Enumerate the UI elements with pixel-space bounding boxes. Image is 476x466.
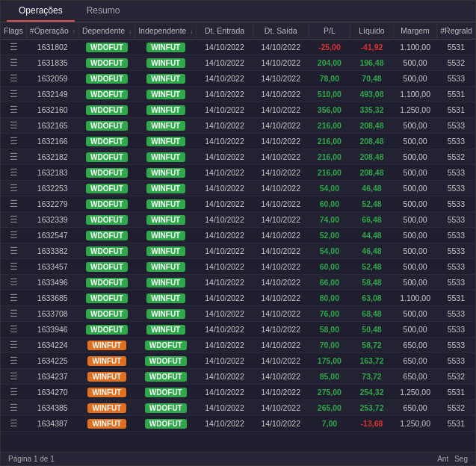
row-liquido: 196,48	[350, 55, 393, 71]
table-row[interactable]: ☰1632059WDOFUTWINFUT14/10/202214/10/2022…	[1, 71, 475, 87]
row-regrald: 5532	[437, 369, 475, 385]
table-row[interactable]: ☰1632253WDOFUTWINFUT14/10/202214/10/2022…	[1, 181, 475, 196]
table-row[interactable]: ☰1631835WDOFUTWINFUT14/10/202214/10/2022…	[1, 55, 475, 71]
menu-icon[interactable]: ☰	[10, 58, 18, 68]
table-row[interactable]: ☰1632182WDOFUTWINFUT14/10/202214/10/2022…	[1, 149, 475, 165]
independente-badge: WDOFUT	[145, 419, 187, 429]
menu-icon[interactable]: ☰	[10, 136, 18, 146]
table-row[interactable]: ☰1633946WDOFUTWINFUT14/10/202214/10/2022…	[1, 322, 475, 338]
table-row[interactable]: ☰1633685WDOFUTWINFUT14/10/202214/10/2022…	[1, 291, 475, 306]
row-independente: WINFUT	[135, 322, 197, 338]
row-dt-entrada: 14/10/2022	[197, 322, 253, 338]
col-liquido: Líquido	[350, 22, 393, 40]
row-margem: 1.100,00	[394, 40, 437, 55]
table-row[interactable]: ☰1632547WDOFUTWINFUT14/10/202214/10/2022…	[1, 228, 475, 243]
col-operacao[interactable]: #Operação ↑	[26, 22, 78, 40]
menu-icon[interactable]: ☰	[10, 214, 18, 225]
table-row[interactable]: ☰1632279WDOFUTWINFUT14/10/202214/10/2022…	[1, 196, 475, 212]
row-margem: 500,00	[394, 322, 437, 338]
table-row[interactable]: ☰1632149WDOFUTWINFUT14/10/202214/10/2022…	[1, 87, 475, 102]
row-dependente: WDOFUT	[78, 291, 135, 306]
row-flag-cell: ☰	[1, 353, 26, 369]
table-row[interactable]: ☰1632160WDOFUTWINFUT14/10/202214/10/2022…	[1, 102, 475, 118]
tab-operacoes[interactable]: Operações	[7, 1, 75, 22]
menu-icon[interactable]: ☰	[10, 120, 18, 131]
menu-icon[interactable]: ☰	[10, 387, 18, 397]
row-dt-saida: 14/10/2022	[253, 291, 309, 306]
menu-icon[interactable]: ☰	[10, 167, 18, 178]
row-dt-saida: 14/10/2022	[253, 228, 309, 243]
row-operacao: 1633457	[26, 259, 78, 275]
menu-icon[interactable]: ☰	[10, 183, 18, 193]
row-operacao: 1632149	[26, 87, 78, 102]
row-dependente: WDOFUT	[78, 181, 135, 196]
row-liquido: 208,48	[350, 165, 393, 181]
row-dt-saida: 14/10/2022	[253, 243, 309, 259]
row-margem: 500,00	[394, 243, 437, 259]
row-margem: 650,00	[394, 400, 437, 416]
menu-icon[interactable]: ☰	[10, 308, 18, 319]
menu-icon[interactable]: ☰	[10, 246, 18, 256]
row-flag-cell: ☰	[1, 181, 26, 196]
table-row[interactable]: ☰1633496WDOFUTWINFUT14/10/202214/10/2022…	[1, 275, 475, 291]
row-liquido: 46,48	[350, 243, 393, 259]
menu-icon[interactable]: ☰	[10, 42, 18, 52]
row-margem: 500,00	[394, 275, 437, 291]
row-independente: WINFUT	[135, 134, 197, 149]
row-dt-entrada: 14/10/2022	[197, 416, 253, 432]
row-margem: 1.250,00	[394, 385, 437, 400]
menu-icon[interactable]: ☰	[10, 403, 18, 413]
table-row[interactable]: ☰1634387WINFUTWDOFUT14/10/202214/10/2022…	[1, 416, 475, 432]
table-row[interactable]: ☰1634237WINFUTWDOFUT14/10/202214/10/2022…	[1, 369, 475, 385]
row-margem: 500,00	[394, 165, 437, 181]
row-dt-entrada: 14/10/2022	[197, 385, 253, 400]
menu-icon[interactable]: ☰	[10, 355, 18, 366]
row-regrald: 5533	[437, 181, 475, 196]
row-flag-cell: ☰	[1, 259, 26, 275]
row-dependente: WDOFUT	[78, 134, 135, 149]
row-liquido: 68,48	[350, 306, 393, 322]
menu-icon[interactable]: ☰	[10, 371, 18, 382]
table-row[interactable]: ☰1633457WDOFUTWINFUT14/10/202214/10/2022…	[1, 259, 475, 275]
table-row[interactable]: ☰1634270WINFUTWDOFUT14/10/202214/10/2022…	[1, 385, 475, 400]
menu-icon[interactable]: ☰	[10, 199, 18, 209]
menu-icon[interactable]: ☰	[10, 230, 18, 240]
table-row[interactable]: ☰1634225WINFUTWDOFUT14/10/202214/10/2022…	[1, 353, 475, 369]
table-row[interactable]: ☰1633708WDOFUTWINFUT14/10/202214/10/2022…	[1, 306, 475, 322]
menu-icon[interactable]: ☰	[10, 324, 18, 335]
row-dt-saida: 14/10/2022	[253, 134, 309, 149]
menu-icon[interactable]: ☰	[10, 293, 18, 303]
row-dependente: WINFUT	[78, 338, 135, 353]
menu-icon[interactable]: ☰	[10, 277, 18, 288]
row-operacao: 1632183	[26, 165, 78, 181]
table-row[interactable]: ☰1634385WINFUTWDOFUT14/10/202214/10/2022…	[1, 400, 475, 416]
row-liquido: 208,48	[350, 149, 393, 165]
menu-icon[interactable]: ☰	[10, 73, 18, 84]
table-row[interactable]: ☰1632183WDOFUTWINFUT14/10/202214/10/2022…	[1, 165, 475, 181]
menu-icon[interactable]: ☰	[10, 261, 18, 272]
row-independente: WINFUT	[135, 291, 197, 306]
menu-icon[interactable]: ☰	[10, 89, 18, 99]
col-independente[interactable]: Independente ↓	[135, 22, 197, 40]
menu-icon[interactable]: ☰	[10, 418, 18, 429]
col-dependente[interactable]: Dependente ↓	[78, 22, 135, 40]
row-flag-cell: ☰	[1, 275, 26, 291]
table-row[interactable]: ☰1632165WDOFUTWINFUT14/10/202214/10/2022…	[1, 118, 475, 134]
table-row[interactable]: ☰1634224WINFUTWDOFUT14/10/202214/10/2022…	[1, 338, 475, 353]
dependente-badge: WDOFUT	[86, 231, 128, 240]
table-row[interactable]: ☰1633382WDOFUTWINFUT14/10/202214/10/2022…	[1, 243, 475, 259]
menu-icon[interactable]: ☰	[10, 152, 18, 162]
menu-icon[interactable]: ☰	[10, 105, 18, 115]
data-table: Flags #Operação ↑ Dependente ↓ Independe…	[1, 22, 475, 432]
independente-badge: WINFUT	[146, 278, 185, 288]
table-container[interactable]: Flags #Operação ↑ Dependente ↓ Independe…	[1, 22, 475, 452]
ant-button[interactable]: Ant	[437, 455, 448, 463]
table-row[interactable]: ☰1632166WDOFUTWINFUT14/10/202214/10/2022…	[1, 134, 475, 149]
row-pl: 265,00	[309, 400, 350, 416]
table-row[interactable]: ☰1632339WDOFUTWINFUT14/10/202214/10/2022…	[1, 212, 475, 228]
menu-icon[interactable]: ☰	[10, 340, 18, 350]
seg-button[interactable]: Seg	[454, 455, 468, 463]
col-margem: Margem	[394, 22, 437, 40]
table-row[interactable]: ☰1631802WDOFUTWINFUT14/10/202214/10/2022…	[1, 40, 475, 55]
tab-resumo[interactable]: Resumo	[75, 1, 132, 22]
